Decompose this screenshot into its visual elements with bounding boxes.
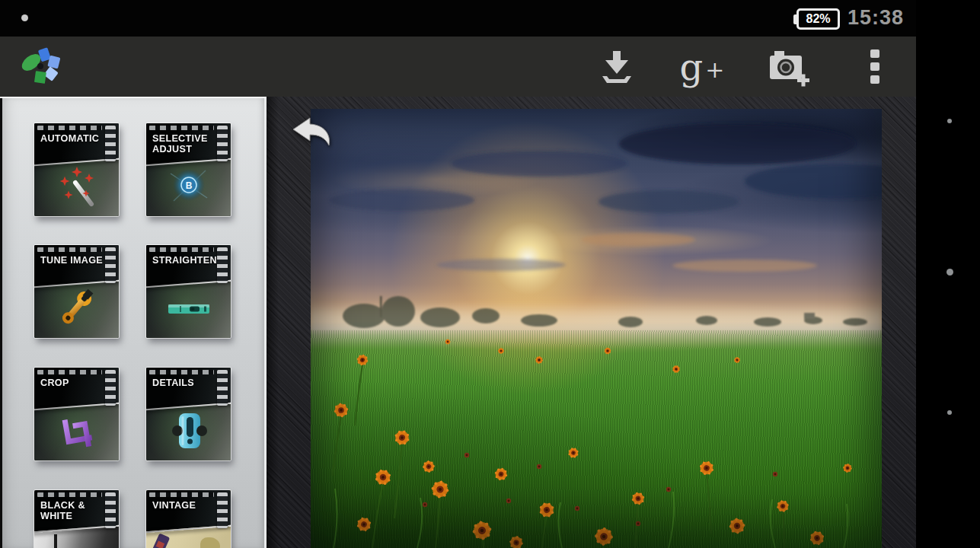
android-nav-bar [916, 0, 980, 548]
tile-crop[interactable]: CROP [34, 368, 119, 460]
film-perforation [149, 492, 214, 497]
back-arrow-button[interactable] [292, 116, 333, 147]
tile-details[interactable]: DETAILS [146, 368, 231, 460]
nav-dot-recents[interactable] [947, 410, 952, 415]
magic-wand-icon [56, 164, 98, 209]
toolbar: g + [0, 37, 916, 97]
nav-dot-home[interactable] [946, 269, 953, 276]
filter-sidebar: AUTOMATIC B SELECTIVE ADJUST [0, 97, 267, 548]
camera-add-icon [764, 45, 811, 89]
download-icon [597, 47, 637, 87]
selective-adjust-icon: B [168, 164, 210, 209]
save-export-button[interactable] [592, 37, 641, 97]
tile-label: TUNE IMAGE [40, 255, 104, 266]
tile-label: AUTOMATIC [40, 133, 104, 144]
tile-label: VINTAGE [152, 500, 215, 511]
tile-straighten[interactable]: STRAIGHTEN [146, 245, 231, 338]
editor-canvas [267, 97, 916, 548]
film-perforation [37, 247, 102, 252]
gplus-plus-glyph: + [705, 56, 724, 83]
tile-automatic[interactable]: AUTOMATIC [34, 123, 119, 216]
tile-label: SELECTIVE ADJUST [152, 133, 215, 155]
snapseed-logo-icon [18, 46, 64, 90]
tile-label: DETAILS [152, 378, 215, 388]
tile-label: CROP [40, 378, 104, 388]
open-photo-camera-button[interactable] [758, 37, 816, 97]
tile-black-and-white[interactable]: BLACK & WHITE [34, 490, 119, 548]
overflow-square-icon [870, 49, 879, 58]
photo-scene [311, 109, 882, 548]
film-perforation [149, 370, 214, 374]
status-bar: 82% 15:38 [0, 0, 980, 37]
film-perforation [149, 126, 214, 130]
film-strip-icon [105, 247, 116, 283]
film-strip-icon [105, 370, 116, 406]
film-perforation [149, 247, 214, 252]
share-google-plus-button[interactable]: g + [672, 37, 733, 97]
selective-b-badge: B [185, 180, 192, 191]
wrench-icon [56, 286, 98, 330]
overflow-square-icon [870, 62, 879, 71]
film-strip-icon [217, 370, 228, 406]
tile-vintage[interactable]: VINTAGE [146, 490, 231, 548]
film-strip-icon [217, 247, 228, 283]
film-perforation [37, 370, 102, 374]
film-strip-icon [217, 126, 228, 161]
film-strip-icon [105, 492, 116, 528]
overflow-square-icon [870, 75, 879, 84]
pencil-sharpener-icon [168, 409, 210, 453]
snapseed-app: 82% 15:38 g + [0, 0, 980, 548]
tile-tune-image[interactable]: TUNE IMAGE [34, 245, 119, 338]
overflow-menu-button[interactable] [863, 37, 886, 97]
tile-selective-adjust[interactable]: B SELECTIVE ADJUST [146, 123, 231, 216]
tile-label: STRAIGHTEN [152, 255, 215, 266]
spirit-level-icon [164, 286, 213, 330]
crop-icon [56, 409, 98, 453]
gplus-g-glyph: g [680, 49, 704, 84]
film-strip-icon [105, 126, 116, 161]
film-perforation [37, 126, 102, 130]
battery-indicator: 82% [793, 8, 840, 30]
film-perforation [37, 492, 102, 497]
nav-dot-back[interactable] [947, 119, 952, 123]
tile-label: BLACK & WHITE [40, 500, 104, 521]
notification-dot-icon [21, 14, 28, 21]
battery-percent: 82% [796, 8, 840, 30]
film-strip-icon [217, 492, 228, 528]
photo-preview[interactable] [311, 109, 882, 548]
clock: 15:38 [848, 6, 904, 30]
